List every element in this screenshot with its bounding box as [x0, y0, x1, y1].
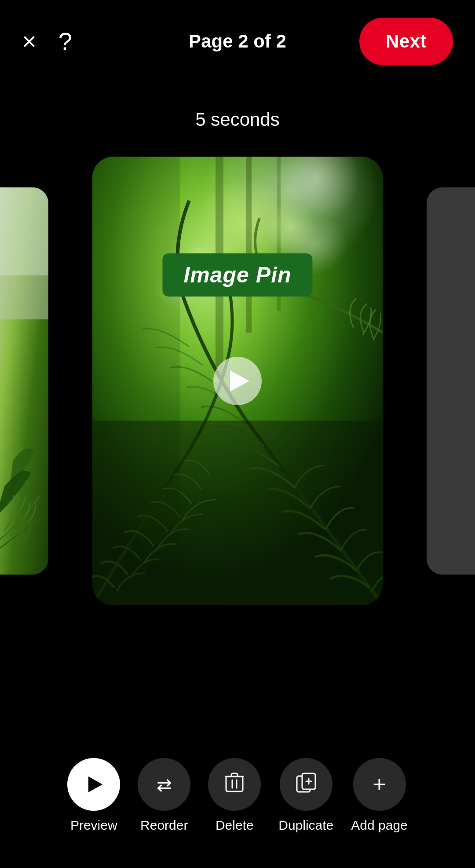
toolbar-item-delete: Delete — [208, 758, 261, 833]
close-button[interactable]: × — [22, 29, 37, 54]
prev-card-image — [0, 187, 48, 575]
svg-rect-2 — [0, 187, 48, 275]
add-icon: + — [373, 771, 386, 798]
svg-rect-9 — [246, 157, 252, 333]
play-button[interactable] — [213, 357, 262, 405]
toolbar-item-reorder: ⇄ Reorder — [138, 758, 190, 833]
duration-label: 5 seconds — [0, 109, 475, 130]
header-left: × ? — [22, 29, 72, 54]
toolbar: Preview ⇄ Reorder Delete — [0, 758, 475, 833]
image-pin-label: Image Pin — [162, 253, 312, 297]
add-page-label: Add page — [351, 818, 407, 833]
delete-label: Delete — [216, 818, 254, 833]
help-button[interactable]: ? — [58, 29, 72, 54]
prev-page-card[interactable] — [0, 187, 48, 575]
card-background-image: Image Pin — [92, 157, 383, 605]
play-icon — [88, 776, 102, 792]
duplicate-icon — [296, 773, 316, 797]
next-button[interactable]: Next — [359, 18, 453, 65]
header: × ? Page 2 of 2 Next — [0, 0, 475, 74]
toolbar-item-add-page: + Add page — [351, 758, 407, 833]
preview-button[interactable] — [67, 758, 120, 811]
reorder-button[interactable]: ⇄ — [138, 758, 190, 811]
reorder-icon: ⇄ — [157, 774, 172, 795]
page-indicator: Page 2 of 2 — [189, 31, 286, 52]
bokeh-light-2 — [264, 201, 317, 253]
next-card-image — [427, 187, 475, 575]
preview-label: Preview — [70, 818, 117, 833]
next-page-card[interactable] — [427, 187, 475, 575]
main-card[interactable]: Image Pin — [92, 157, 383, 605]
duplicate-label: Duplicate — [278, 818, 333, 833]
carousel-area: Image Pin — [0, 143, 475, 619]
reorder-label: Reorder — [140, 818, 188, 833]
delete-button[interactable] — [208, 758, 261, 811]
duplicate-button[interactable] — [280, 758, 332, 811]
svg-rect-13 — [226, 776, 243, 791]
toolbar-item-duplicate: Duplicate — [278, 758, 333, 833]
delete-icon — [225, 772, 244, 797]
toolbar-item-preview: Preview — [67, 758, 120, 833]
add-page-button[interactable]: + — [353, 758, 406, 811]
play-icon — [230, 370, 249, 392]
svg-rect-12 — [92, 157, 180, 605]
